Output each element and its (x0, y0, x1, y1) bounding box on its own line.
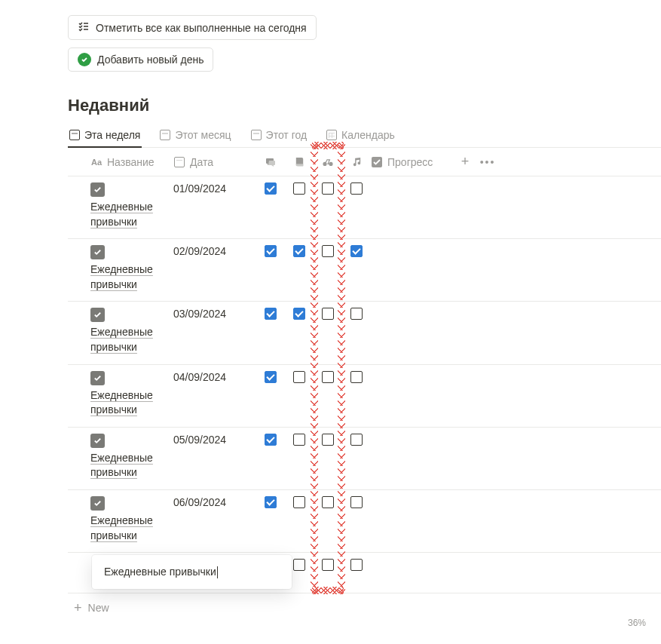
row-date: 04/09/2024 (173, 371, 226, 383)
habit-checkbox[interactable] (293, 245, 305, 257)
svg-rect-3 (295, 164, 302, 166)
row-title[interactable]: Ежедневные привычки (90, 514, 173, 543)
col-header-book[interactable] (285, 156, 314, 168)
col-header-name[interactable]: Aa Название (68, 156, 173, 168)
col-header-progress[interactable]: Прогресс (371, 156, 454, 168)
habit-checkbox[interactable] (265, 245, 277, 257)
table-row: Ежедневные привычки05/09/2024 (68, 428, 661, 490)
page-content: Отметить все как выполненные на сегодня … (68, 15, 661, 615)
row-title[interactable]: Ежедневные привычки (90, 451, 173, 480)
habit-checkbox[interactable] (350, 308, 363, 320)
tab-2[interactable]: Этот год (249, 124, 309, 147)
check-square-icon (90, 182, 105, 197)
habit-checkbox[interactable] (293, 496, 305, 508)
add-new-day-button[interactable]: Добавить новый день (68, 48, 213, 72)
calendar-icon (69, 130, 80, 140)
habit-checkbox[interactable] (265, 434, 277, 446)
calendar-icon (251, 130, 262, 140)
table-row: Ежедневные привычки02/09/2024 (68, 239, 661, 302)
row-title[interactable]: Ежедневные привычки (90, 200, 173, 229)
habit-checkbox[interactable] (265, 496, 277, 508)
book-icon (293, 156, 305, 168)
ellipsis-icon: ••• (480, 156, 496, 168)
check-circle-icon (78, 53, 91, 66)
check-square-icon (90, 434, 105, 448)
habit-checkbox[interactable] (293, 371, 305, 383)
row-date: 03/09/2024 (173, 308, 226, 320)
habit-checkbox[interactable] (265, 308, 277, 320)
habit-checkbox[interactable] (350, 371, 363, 383)
mark-all-done-button[interactable]: Отметить все как выполненные на сегодня (68, 15, 317, 40)
button-label: Отметить все как выполненные на сегодня (96, 22, 307, 34)
check-square-icon (90, 496, 105, 511)
section-heading: Недавний (68, 96, 661, 115)
plus-icon: + (461, 154, 470, 170)
text-cursor (217, 566, 218, 578)
highlight-overlay (312, 142, 344, 594)
habit-checkbox[interactable] (265, 371, 277, 383)
row-title[interactable]: Ежедневные привычки (90, 325, 173, 354)
row-title[interactable]: Ежедневные привычки (90, 262, 173, 292)
habit-checkbox[interactable] (350, 496, 363, 508)
habit-checkbox[interactable] (350, 182, 363, 195)
more-options-button[interactable]: ••• (476, 156, 499, 168)
calendar-icon (326, 130, 337, 140)
table-row: Ежедневные привычки06/09/2024 (68, 490, 661, 553)
habit-checkbox[interactable] (293, 182, 305, 195)
habit-checkbox[interactable] (350, 434, 363, 446)
tab-0[interactable]: Эта неделя (68, 124, 142, 147)
row-date: 05/09/2024 (173, 434, 226, 446)
new-entry-popover[interactable]: Ежедневные привычки (92, 555, 292, 589)
view-tabs: Эта неделяЭтот месяцЭтот годКалендарь (68, 124, 661, 148)
col-header-chat[interactable] (256, 156, 285, 168)
new-row-label: New (88, 602, 109, 614)
habit-checkbox[interactable] (293, 559, 305, 571)
button-label: Добавить новый день (97, 54, 204, 66)
table-row: Ежедневные привычки01/09/2024 (68, 176, 661, 239)
habit-checkbox[interactable] (350, 559, 363, 571)
add-column-button[interactable]: + (454, 154, 476, 170)
chat-icon (265, 156, 277, 168)
text-icon: Aa (90, 156, 103, 168)
check-square-icon (90, 371, 105, 385)
checklist-icon (78, 20, 90, 35)
table-row: Ежедневные привычки04/09/2024 (68, 365, 661, 428)
habit-checkbox[interactable] (293, 308, 305, 320)
calendar-icon (160, 130, 170, 140)
new-row-button[interactable]: + New (68, 593, 661, 615)
habits-table: Aa Название Дата (68, 148, 661, 615)
calendar-icon (173, 156, 185, 168)
table-row: Ежедневные привычки03/09/2024 (68, 302, 661, 364)
progress-percent: 36% (628, 618, 646, 628)
tab-1[interactable]: Этот месяц (158, 124, 232, 147)
col-header-music[interactable] (342, 156, 371, 168)
row-date: 06/09/2024 (173, 496, 226, 508)
row-title[interactable]: Ежедневные привычки (90, 388, 173, 418)
habit-checkbox[interactable] (350, 245, 363, 257)
row-date: 01/09/2024 (173, 182, 226, 195)
table-header: Aa Название Дата (68, 148, 661, 176)
checkbox-icon (371, 156, 383, 168)
popover-input-text: Ежедневные привычки (104, 566, 216, 578)
plus-icon: + (74, 601, 82, 615)
action-bar: Отметить все как выполненные на сегодня … (68, 15, 661, 79)
col-header-date[interactable]: Дата (173, 156, 256, 168)
check-square-icon (90, 245, 105, 259)
music-icon (350, 156, 363, 168)
habit-checkbox[interactable] (265, 182, 277, 195)
row-date: 02/09/2024 (173, 245, 226, 257)
check-square-icon (90, 308, 105, 322)
habit-checkbox[interactable] (293, 434, 305, 446)
